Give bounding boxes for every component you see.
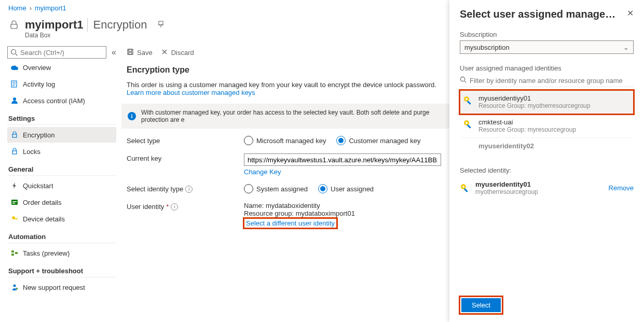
select-identity-panel: Select user assigned manage… ✕ Subscript… bbox=[449, 0, 644, 322]
radio-user-assigned[interactable]: User assigned bbox=[318, 184, 374, 193]
sidebar-label: Locks bbox=[23, 148, 40, 156]
sidebar-item-overview[interactable]: Overview bbox=[7, 60, 116, 75]
log-icon bbox=[10, 80, 19, 88]
identity-icon bbox=[463, 119, 473, 130]
sidebar-label: Encryption bbox=[23, 131, 54, 139]
main-content: Save Discard Encryption type This order … bbox=[120, 43, 449, 322]
discard-button[interactable]: Discard bbox=[161, 48, 194, 57]
info-icon: i bbox=[128, 112, 136, 120]
sidebar-section-settings: Settings bbox=[7, 109, 116, 125]
sidebar-label: Tasks (preview) bbox=[23, 249, 70, 257]
page-subtitle: Data Box bbox=[0, 32, 449, 43]
lock-icon bbox=[8, 19, 20, 31]
sidebar-section-automation: Automation bbox=[7, 228, 116, 243]
close-icon[interactable]: ✕ bbox=[627, 8, 634, 18]
pin-icon[interactable] bbox=[157, 21, 166, 29]
svg-rect-8 bbox=[12, 201, 17, 202]
identity-filter-input[interactable] bbox=[470, 77, 634, 85]
sidebar-label: New support request bbox=[23, 284, 85, 291]
learn-more-link[interactable]: Learn more about customer managed keys bbox=[127, 89, 255, 96]
breadcrumb: Home › myimport1 bbox=[0, 0, 449, 16]
svg-point-4 bbox=[13, 97, 16, 101]
sidebar-label: Quickstart bbox=[23, 182, 53, 190]
label-current-key: Current key bbox=[127, 153, 244, 162]
svg-rect-14 bbox=[15, 252, 18, 254]
support-icon bbox=[10, 283, 19, 291]
sidebar-item-tasks[interactable]: Tasks (preview) bbox=[7, 245, 116, 261]
order-icon bbox=[10, 198, 19, 206]
identity-item-1[interactable]: cmktest-uai Resource Group: myresourcegr… bbox=[460, 114, 634, 138]
key-icon bbox=[10, 215, 19, 223]
sidebar-item-activity[interactable]: Activity log bbox=[7, 76, 116, 92]
sidebar-item-support[interactable]: New support request bbox=[7, 279, 116, 295]
breadcrumb-item[interactable]: myimport1 bbox=[35, 4, 66, 12]
svg-rect-6 bbox=[12, 151, 17, 154]
svg-rect-11 bbox=[15, 218, 18, 219]
info-icon: i bbox=[185, 186, 193, 193]
identity-create-item[interactable]: myuseridentity02 bbox=[460, 138, 634, 154]
sidebar-item-locks[interactable]: Locks bbox=[7, 144, 116, 159]
sidebar-label: Device details bbox=[23, 215, 65, 223]
sidebar-label: Order details bbox=[23, 199, 61, 206]
svg-rect-18 bbox=[129, 49, 132, 51]
sidebar-item-encryption[interactable]: Encryption bbox=[7, 127, 116, 143]
save-button[interactable]: Save bbox=[127, 48, 153, 57]
radio-ms-managed[interactable]: Microsoft managed key bbox=[244, 136, 326, 145]
section-description: This order is using a customer managed k… bbox=[120, 78, 449, 104]
lock-small-icon bbox=[10, 131, 19, 139]
select-different-identity-link[interactable]: Select a different user identity bbox=[246, 219, 335, 227]
identity-icon bbox=[463, 95, 473, 106]
label-user-identity: User identity * i bbox=[127, 202, 244, 211]
sidebar-section-support: Support + troubleshoot bbox=[7, 262, 116, 277]
locks-icon bbox=[10, 147, 19, 156]
svg-rect-16 bbox=[16, 288, 18, 289]
discard-icon bbox=[161, 48, 168, 57]
selected-identity-label: Selected identity: bbox=[460, 166, 634, 174]
sidebar: « Overview Activity log Access control (… bbox=[0, 43, 120, 322]
svg-rect-19 bbox=[129, 52, 132, 54]
person-icon bbox=[10, 96, 19, 105]
search-input[interactable] bbox=[8, 47, 106, 58]
save-icon bbox=[127, 48, 134, 57]
svg-rect-13 bbox=[11, 254, 14, 256]
identity-icon bbox=[460, 183, 470, 193]
subscription-dropdown[interactable]: mysubscription ⌄ bbox=[460, 40, 634, 54]
search-icon bbox=[10, 49, 18, 56]
label-select-type: Select type bbox=[127, 136, 244, 145]
panel-title: Select user assigned manage… bbox=[460, 8, 615, 20]
svg-point-20 bbox=[460, 77, 464, 81]
search-input-wrap[interactable] bbox=[7, 46, 106, 59]
current-key-input[interactable] bbox=[244, 153, 441, 166]
svg-rect-5 bbox=[12, 134, 17, 137]
svg-point-22 bbox=[465, 98, 468, 100]
svg-rect-23 bbox=[467, 101, 471, 105]
sidebar-item-device[interactable]: Device details bbox=[7, 211, 116, 227]
svg-point-2 bbox=[11, 50, 16, 54]
collapse-sidebar-button[interactable]: « bbox=[112, 48, 116, 57]
sidebar-item-quickstart[interactable]: Quickstart bbox=[7, 178, 116, 193]
svg-rect-26 bbox=[467, 124, 471, 129]
page-section: Encryption bbox=[87, 18, 147, 32]
select-button[interactable]: Select bbox=[461, 298, 501, 312]
breadcrumb-separator: › bbox=[30, 4, 32, 12]
svg-rect-7 bbox=[11, 200, 18, 205]
change-key-link[interactable]: Change Key bbox=[244, 168, 281, 176]
radio-system-assigned[interactable]: System assigned bbox=[244, 184, 308, 193]
sidebar-label: Activity log bbox=[23, 80, 55, 88]
sidebar-item-iam[interactable]: Access control (IAM) bbox=[7, 93, 116, 108]
page-header: myimport1 Encryption bbox=[0, 16, 449, 33]
svg-point-28 bbox=[462, 186, 464, 188]
svg-rect-9 bbox=[12, 203, 15, 204]
identity-rg-line: Resource group: mydataboximport01 bbox=[244, 209, 443, 217]
sidebar-item-order[interactable]: Order details bbox=[7, 194, 116, 210]
identity-item-0[interactable]: myuseridentiyy01 Resource Group: myother… bbox=[460, 90, 634, 114]
breadcrumb-home[interactable]: Home bbox=[8, 4, 26, 12]
page-title: myimport1 bbox=[25, 18, 83, 32]
sidebar-label: Access control (IAM) bbox=[23, 97, 85, 105]
remove-identity-link[interactable]: Remove bbox=[609, 184, 634, 192]
bolt-icon bbox=[10, 181, 19, 190]
radio-customer-managed[interactable]: Customer managed key bbox=[336, 136, 420, 145]
uami-label: User assigned managed identities bbox=[460, 64, 634, 72]
identity-filter[interactable] bbox=[460, 74, 634, 87]
toolbar: Save Discard bbox=[120, 46, 449, 62]
